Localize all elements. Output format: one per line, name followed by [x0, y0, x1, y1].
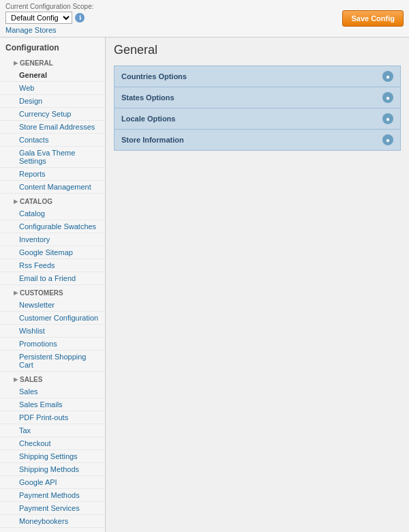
sidebar-item-configurable-swatches[interactable]: Configurable Swatches: [0, 220, 105, 233]
sidebar-item-content-management[interactable]: Content Management: [0, 181, 105, 194]
sidebar-item-pdf-printouts[interactable]: PDF Print-outs: [0, 411, 105, 424]
sidebar-configuration-heading: Configuration: [0, 38, 105, 55]
sidebar-item-sales[interactable]: Sales: [0, 385, 105, 398]
states-options-label: States Options: [121, 93, 382, 102]
scope-section: Current Configuration Scope: Default Con…: [5, 3, 94, 34]
sidebar-item-web[interactable]: Web: [0, 82, 105, 95]
general-label: GENERAL: [20, 59, 53, 67]
sidebar-section-customers[interactable]: ▶ CUSTOMERS: [0, 285, 105, 299]
config-rows-container: Countries Options ● States Options ● Loc…: [114, 65, 401, 151]
sidebar-item-tax[interactable]: Tax: [0, 424, 105, 437]
save-config-button[interactable]: Save Config: [342, 10, 404, 27]
sales-arrow: ▶: [14, 376, 18, 383]
sidebar-item-sales-emails[interactable]: Sales Emails: [0, 398, 105, 411]
sidebar-item-promotions[interactable]: Promotions: [0, 338, 105, 351]
sidebar-item-wishlist[interactable]: Wishlist: [0, 325, 105, 338]
sidebar-item-google-sitemap[interactable]: Google Sitemap: [0, 246, 105, 259]
sidebar-item-customer-configuration[interactable]: Customer Configuration: [0, 312, 105, 325]
general-arrow: ▶: [14, 60, 18, 66]
sales-label: SALES: [20, 376, 42, 383]
sidebar-section-services[interactable]: ▶ SERVICES: [0, 528, 105, 532]
catalog-arrow: ▶: [14, 198, 18, 205]
sidebar-item-inventory[interactable]: Inventory: [0, 233, 105, 246]
sidebar-item-google-api[interactable]: Google API: [0, 476, 105, 489]
sidebar-item-rss-feeds[interactable]: Rss Feeds: [0, 259, 105, 272]
sidebar-item-catalog[interactable]: Catalog: [0, 207, 105, 220]
store-information-icon[interactable]: ●: [382, 134, 393, 145]
main-content: General Countries Options ● States Optio…: [106, 38, 409, 156]
config-row-locale[interactable]: Locale Options ●: [114, 108, 401, 129]
customers-label: CUSTOMERS: [20, 289, 63, 297]
scope-row: Default Config ℹ: [5, 12, 94, 24]
catalog-label: CATALOG: [20, 198, 52, 205]
config-row-countries[interactable]: Countries Options ●: [114, 65, 401, 87]
config-row-store-info[interactable]: Store Information ●: [114, 129, 401, 151]
sidebar-item-shipping-settings[interactable]: Shipping Settings: [0, 450, 105, 463]
sidebar-item-currency-setup[interactable]: Currency Setup: [0, 108, 105, 121]
sidebar: Configuration ▶ GENERAL General Web Desi…: [0, 38, 106, 532]
countries-options-label: Countries Options: [121, 72, 382, 80]
layout: Configuration ▶ GENERAL General Web Desi…: [0, 38, 409, 532]
sidebar-item-reports[interactable]: Reports: [0, 168, 105, 181]
sidebar-item-checkout[interactable]: Checkout: [0, 437, 105, 450]
sidebar-item-email-friend[interactable]: Email to a Friend: [0, 272, 105, 285]
countries-options-icon[interactable]: ●: [382, 71, 393, 82]
locale-options-icon[interactable]: ●: [382, 113, 393, 124]
sidebar-section-general[interactable]: ▶ GENERAL: [0, 55, 105, 69]
sidebar-item-newsletter[interactable]: Newsletter: [0, 299, 105, 312]
top-bar: Current Configuration Scope: Default Con…: [0, 0, 409, 38]
scope-label: Current Configuration Scope:: [5, 3, 94, 10]
locale-options-label: Locale Options: [121, 115, 382, 123]
page-title: General: [114, 43, 401, 57]
states-options-icon[interactable]: ●: [382, 92, 393, 103]
sidebar-item-design[interactable]: Design: [0, 95, 105, 108]
sidebar-item-payment-services[interactable]: Payment Services: [0, 502, 105, 515]
sidebar-item-payment-methods[interactable]: Payment Methods: [0, 489, 105, 502]
sidebar-item-gala-eva[interactable]: Gala Eva Theme Settings: [0, 147, 105, 168]
sidebar-item-shipping-methods[interactable]: Shipping Methods: [0, 463, 105, 476]
info-icon[interactable]: ℹ: [75, 13, 85, 23]
sidebar-item-moneybookers[interactable]: Moneybookers: [0, 515, 105, 528]
config-row-states[interactable]: States Options ●: [114, 87, 401, 108]
sidebar-item-persistent-cart[interactable]: Persistent Shopping Cart: [0, 351, 105, 372]
sidebar-section-sales[interactable]: ▶ SALES: [0, 372, 105, 385]
sidebar-item-store-email-addresses[interactable]: Store Email Addresses: [0, 121, 105, 134]
customers-arrow: ▶: [14, 290, 18, 296]
store-information-label: Store Information: [121, 136, 382, 144]
sidebar-item-general[interactable]: General: [0, 69, 105, 82]
sidebar-item-contacts[interactable]: Contacts: [0, 134, 105, 147]
manage-stores-link[interactable]: Manage Stores: [5, 26, 94, 34]
scope-select[interactable]: Default Config: [5, 12, 72, 24]
sidebar-section-catalog[interactable]: ▶ CATALOG: [0, 194, 105, 207]
